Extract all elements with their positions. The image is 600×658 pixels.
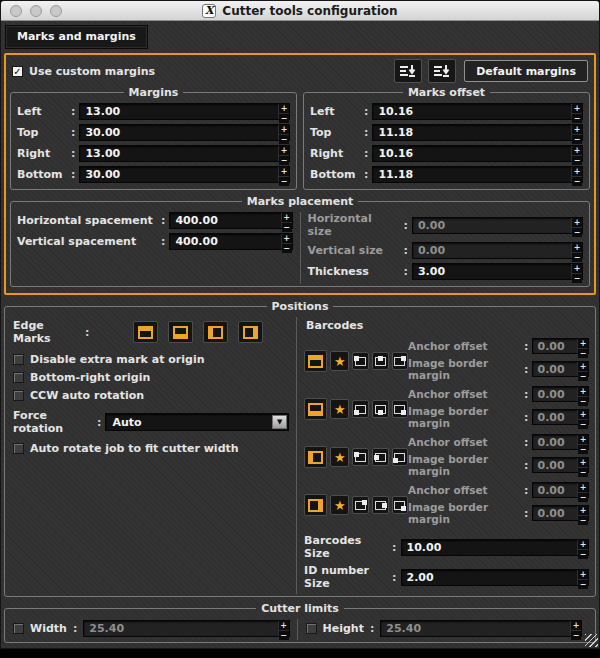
barcode-left-star-button[interactable]: ★ bbox=[330, 447, 349, 467]
spin-up-button[interactable]: + bbox=[279, 167, 289, 177]
tab-marks-and-margins[interactable]: Marks and margins bbox=[5, 25, 148, 49]
spin-up-button[interactable]: + bbox=[578, 570, 588, 580]
spin-up-button[interactable]: + bbox=[578, 540, 588, 550]
edge-mark-left-button[interactable] bbox=[203, 321, 228, 343]
spin-down-button[interactable]: − bbox=[279, 135, 289, 144]
spin-down-button[interactable]: − bbox=[572, 114, 582, 123]
spin-up-button[interactable]: + bbox=[282, 234, 292, 244]
barcode-bottom-star-button[interactable]: ★ bbox=[330, 399, 349, 419]
spin-down-button[interactable]: − bbox=[572, 177, 582, 186]
spin-down-button[interactable]: − bbox=[578, 580, 588, 589]
spin-down-button[interactable]: − bbox=[282, 223, 292, 232]
resize-grip[interactable] bbox=[585, 634, 598, 647]
marks-offset-top-spinbox[interactable]: 11.18 +− bbox=[372, 124, 583, 141]
barcode-top-left-pos-button[interactable] bbox=[352, 352, 369, 370]
close-window-button[interactable] bbox=[10, 5, 22, 17]
edge-mark-top-button[interactable] bbox=[133, 321, 158, 343]
spin-up-button[interactable]: + bbox=[572, 125, 582, 135]
use-custom-margins-option[interactable]: ✓ Use custom margins bbox=[12, 65, 155, 78]
bottom-right-origin-checkbox[interactable]: ✓ bbox=[13, 372, 24, 383]
barcode-right-star-button[interactable]: ★ bbox=[330, 495, 349, 515]
barcode-bottom-center-pos-button[interactable] bbox=[372, 400, 389, 418]
spin-up-button[interactable]: + bbox=[279, 104, 289, 114]
barcode-row-left: ★ Anchor offset 0.00 +− bbox=[304, 434, 589, 480]
spin-down-button[interactable]: − bbox=[578, 550, 588, 559]
title-area: X Cutter tools configuration bbox=[1, 1, 599, 20]
spin-down-button[interactable]: − bbox=[282, 244, 292, 253]
thickness-value: 3.00 bbox=[413, 264, 571, 279]
auto-rotate-job-option[interactable]: ✓ Auto rotate job to fit cutter width bbox=[13, 442, 289, 455]
marks-offset-left-spinbox[interactable]: 10.16 +− bbox=[372, 103, 583, 120]
spin-up-button[interactable]: + bbox=[572, 167, 582, 177]
barcode-right-top-pos-button[interactable] bbox=[352, 496, 369, 514]
margin-top-spinbox[interactable]: 30.00 +− bbox=[79, 124, 290, 141]
spin-up-button[interactable]: + bbox=[282, 213, 292, 223]
horizontal-spacement-spinbox[interactable]: 400.00 +− bbox=[169, 212, 292, 229]
spin-up-button[interactable]: + bbox=[572, 264, 582, 274]
spin-buttons: +− bbox=[281, 234, 292, 249]
image-border-margin-spinbox: 0.00 +− bbox=[532, 505, 589, 521]
disable-extra-mark-option[interactable]: ✓ Disable extra mark at origin bbox=[13, 353, 289, 366]
disable-extra-mark-checkbox[interactable]: ✓ bbox=[13, 354, 24, 365]
ccw-auto-rotation-checkbox[interactable]: ✓ bbox=[13, 390, 24, 401]
spin-up-button[interactable]: + bbox=[572, 104, 582, 114]
vertical-spacement-spinbox[interactable]: 400.00 +− bbox=[169, 233, 292, 250]
margin-right-spinbox[interactable]: 13.00 +− bbox=[79, 145, 290, 162]
barcode-left-center-pos-button[interactable] bbox=[372, 448, 389, 466]
spin-down-button[interactable]: − bbox=[572, 274, 582, 283]
ccw-auto-rotation-option[interactable]: ✓ CCW auto rotation bbox=[13, 389, 289, 402]
marks-offset-right-spinbox[interactable]: 10.16 +− bbox=[372, 145, 583, 162]
barcode-left-top-pos-button[interactable] bbox=[352, 448, 369, 466]
cutter-width-checkbox[interactable]: ✓ bbox=[13, 623, 24, 634]
auto-rotate-job-checkbox[interactable]: ✓ bbox=[13, 443, 24, 454]
spin-down-button[interactable]: − bbox=[279, 114, 289, 123]
minimize-window-button[interactable] bbox=[30, 5, 42, 17]
id-number-size-spinbox[interactable]: 2.00 +− bbox=[401, 569, 589, 586]
export-margins-preset-button[interactable] bbox=[428, 59, 456, 83]
zoom-window-button[interactable] bbox=[50, 5, 62, 17]
barcode-top-star-button[interactable]: ★ bbox=[330, 351, 349, 371]
barcode-right-center-pos-button[interactable] bbox=[372, 496, 389, 514]
thickness-spinbox[interactable]: 3.00 +− bbox=[412, 263, 583, 280]
default-margins-button[interactable]: Default margins bbox=[464, 60, 588, 82]
spin-down-button[interactable]: − bbox=[572, 156, 582, 165]
barcode-top-center-pos-button[interactable] bbox=[372, 352, 389, 370]
margin-left-spinbox[interactable]: 13.00 +− bbox=[79, 103, 290, 120]
titlebar[interactable]: X Cutter tools configuration bbox=[1, 1, 599, 21]
barcodes-size-spinbox[interactable]: 10.00 +− bbox=[401, 539, 589, 556]
use-custom-margins-checkbox[interactable]: ✓ bbox=[12, 66, 23, 77]
spin-down-button[interactable]: − bbox=[572, 135, 582, 144]
barcode-top-right-pos-button[interactable] bbox=[392, 352, 409, 370]
spin-down-button[interactable]: − bbox=[279, 177, 289, 186]
barcode-top-edge-button[interactable] bbox=[304, 350, 327, 372]
marks-offset-bottom-spinbox[interactable]: 11.18 +− bbox=[372, 166, 583, 183]
image-border-margin-label: Image border margin bbox=[408, 501, 521, 525]
barcode-bottom-edge-button[interactable] bbox=[304, 398, 327, 420]
barcode-bottom-right-pos-button[interactable] bbox=[392, 400, 409, 418]
separator bbox=[524, 411, 528, 424]
bottom-right-origin-option[interactable]: ✓ Bottom-right origin bbox=[13, 371, 289, 384]
margin-bottom-spinbox[interactable]: 30.00 +− bbox=[79, 166, 290, 183]
spin-up-button[interactable]: + bbox=[279, 125, 289, 135]
barcode-right-edge-button[interactable] bbox=[304, 494, 327, 516]
barcode-bottom-left-pos-button[interactable] bbox=[352, 400, 369, 418]
force-rotation-dropdown[interactable]: Auto ▼ bbox=[105, 413, 289, 431]
anchor-offset-label: Anchor offset bbox=[408, 484, 521, 496]
spin-up-button[interactable]: + bbox=[279, 146, 289, 156]
edge-mark-bottom-button[interactable] bbox=[168, 321, 193, 343]
margins-title: Margins bbox=[124, 86, 184, 99]
horizontal-spacement-row: Horizontal spacement 400.00 +− bbox=[17, 212, 293, 229]
spin-up-button[interactable]: + bbox=[572, 146, 582, 156]
separator bbox=[364, 105, 368, 118]
cutter-height-checkbox[interactable]: ✓ bbox=[306, 623, 317, 634]
barcode-right-bottom-pos-button[interactable] bbox=[392, 496, 409, 514]
barcode-left-edge-button[interactable] bbox=[304, 446, 327, 468]
spin-down-button[interactable]: − bbox=[279, 156, 289, 165]
barcode-left-bottom-pos-button[interactable] bbox=[392, 448, 409, 466]
marks-offset-fieldset: Marks offset Left 10.16 +− Top 11.18 +− bbox=[303, 86, 590, 190]
edge-mark-right-button[interactable] bbox=[238, 321, 263, 343]
separator bbox=[524, 340, 528, 353]
import-margins-preset-button[interactable] bbox=[394, 59, 422, 83]
chevron-down-icon[interactable]: ▼ bbox=[272, 415, 287, 429]
import-preset-icon bbox=[399, 64, 417, 78]
